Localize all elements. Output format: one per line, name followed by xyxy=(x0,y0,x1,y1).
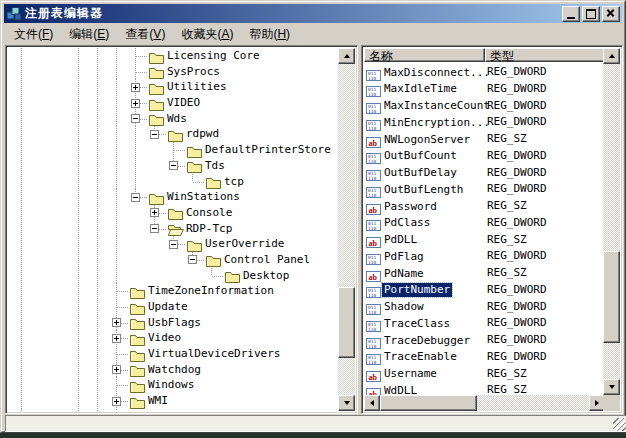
values-horizontal-scrollbar[interactable] xyxy=(364,395,605,411)
expand-plus-toggle[interactable] xyxy=(131,99,140,108)
column-header-type[interactable]: 类型 xyxy=(485,48,605,62)
value-row-shadow[interactable]: 011110ShadowREG_DWORD xyxy=(364,299,605,316)
value-row-pdflag[interactable]: 011110PdFlagREG_DWORD xyxy=(364,248,605,265)
expand-plus-toggle[interactable] xyxy=(112,365,121,374)
menu-item-edit[interactable]: 编辑(E) xyxy=(61,24,117,45)
reg-dword-icon: 011110 xyxy=(366,284,381,295)
collapse-minus-toggle[interactable] xyxy=(150,224,159,233)
tree-item-licensing-core[interactable]: Licensing Core xyxy=(8,48,338,64)
tree-guide xyxy=(135,126,136,142)
value-row-minencryption[interactable]: 011110MinEncryption...REG_DWORD xyxy=(364,114,605,131)
scroll-thumb[interactable] xyxy=(603,251,620,343)
tree-item-usbflags[interactable]: UsbFlags xyxy=(8,315,338,331)
value-row-maxdisconnect[interactable]: 011110MaxDisconnect...REG_DWORD xyxy=(364,64,605,81)
folder-icon xyxy=(187,144,203,157)
value-type: REG_DWORD xyxy=(487,165,547,182)
tree-vertical-scrollbar[interactable] xyxy=(338,48,355,411)
expand-plus-toggle[interactable] xyxy=(112,318,121,327)
menu-item-file[interactable]: 文件(F) xyxy=(6,24,61,45)
scroll-up-button[interactable] xyxy=(603,48,620,64)
tree-item-item[interactable] xyxy=(8,409,338,411)
scroll-up-button[interactable] xyxy=(338,48,355,64)
scroll-down-button[interactable] xyxy=(338,395,355,411)
tree-guide xyxy=(116,409,117,411)
tree-item-update[interactable]: Update xyxy=(8,299,338,315)
tree-item-wds[interactable]: Wds xyxy=(8,111,338,127)
resize-grip[interactable] xyxy=(613,418,626,431)
value-row-traceenable[interactable]: 011110TraceEnableREG_DWORD xyxy=(364,349,605,366)
menubar: 文件(F)编辑(E)查看(V)收藏夹(A)帮助(H) xyxy=(4,24,622,44)
value-row-wddll[interactable]: abWdDLLREG_SZ xyxy=(364,382,605,395)
scroll-down-button[interactable] xyxy=(603,379,620,395)
value-row-maxinstancecount[interactable]: 011110MaxInstanceCountREG_DWORD xyxy=(364,98,605,115)
tree-item-timezoneinformation[interactable]: TimeZoneInformation xyxy=(8,283,338,299)
value-row-outbufdelay[interactable]: 011110OutBufDelayREG_DWORD xyxy=(364,165,605,182)
value-row-traceclass[interactable]: 011110TraceClassREG_DWORD xyxy=(364,315,605,332)
value-name: PdClass xyxy=(382,216,432,230)
tree-item-console[interactable]: Console xyxy=(8,205,338,221)
scroll-thumb[interactable] xyxy=(338,287,355,358)
svg-text:110: 110 xyxy=(368,326,376,331)
tree-item-defaultprinterstore[interactable]: DefaultPrinterStore xyxy=(8,142,338,158)
value-row-nwlogonserver[interactable]: abNWLogonServerREG_SZ xyxy=(364,131,605,148)
expand-plus-toggle[interactable] xyxy=(112,334,121,343)
collapse-minus-toggle[interactable] xyxy=(169,240,178,249)
tree-item-useroverride[interactable]: UserOverride xyxy=(8,236,338,252)
menu-item-view[interactable]: 查看(V) xyxy=(117,24,173,45)
tree-item-rdp-tcp[interactable]: RDP-Tcp xyxy=(8,221,338,237)
tree-item-video[interactable]: VIDEO xyxy=(8,95,338,111)
tree-item-wmi[interactable]: WMI xyxy=(8,393,338,409)
svg-text:110: 110 xyxy=(368,310,376,315)
tree-item-sysprocs[interactable]: SysProcs xyxy=(8,64,338,80)
collapse-minus-toggle[interactable] xyxy=(169,161,178,170)
tree-item-label: UserOverride xyxy=(205,236,284,252)
column-header-name[interactable]: 名称 xyxy=(364,48,485,62)
collapse-minus-toggle[interactable] xyxy=(150,130,159,139)
tree-item-label: Licensing Core xyxy=(167,48,260,64)
expand-plus-toggle[interactable] xyxy=(131,83,140,92)
value-row-password[interactable]: abPasswordREG_SZ xyxy=(364,198,605,215)
svg-text:110: 110 xyxy=(368,343,376,348)
close-button[interactable] xyxy=(602,6,620,22)
reg-sz-icon: ab xyxy=(366,201,381,212)
window-titlebar[interactable]: 注册表编辑器 xyxy=(4,4,622,23)
tree-item-rdpwd[interactable]: rdpwd xyxy=(8,126,338,142)
collapse-minus-toggle[interactable] xyxy=(131,114,140,123)
values-vertical-scrollbar[interactable] xyxy=(603,48,620,395)
value-row-outbufcount[interactable]: 011110OutBufCountREG_DWORD xyxy=(364,148,605,165)
folder-open-icon xyxy=(168,222,184,235)
scroll-left-button[interactable] xyxy=(364,395,380,411)
maximize-button[interactable] xyxy=(582,6,600,22)
tree-item-utilities[interactable]: Utilities xyxy=(8,79,338,95)
expand-plus-toggle[interactable] xyxy=(112,397,121,406)
tree-item-tcp[interactable]: tcp xyxy=(8,174,338,190)
value-row-pddll[interactable]: abPdDLLREG_SZ xyxy=(364,232,605,249)
tree-item-watchdog[interactable]: Watchdog xyxy=(8,362,338,378)
collapse-minus-toggle[interactable] xyxy=(188,255,197,264)
folder-icon xyxy=(225,269,241,282)
collapse-minus-toggle[interactable] xyxy=(131,193,140,202)
tree-item-virtualdevicedrivers[interactable]: VirtualDeviceDrivers xyxy=(8,346,338,362)
scroll-thumb[interactable] xyxy=(380,395,477,411)
expand-plus-toggle[interactable] xyxy=(150,208,159,217)
value-row-username[interactable]: abUsernameREG_SZ xyxy=(364,366,605,383)
folder-icon xyxy=(130,363,146,376)
menu-item-help[interactable]: 帮助(H) xyxy=(241,24,298,45)
tree-item-control-panel[interactable]: Control Panel xyxy=(8,252,338,268)
tree-item-windows[interactable]: Windows xyxy=(8,377,338,393)
tree-item-label: Watchdog xyxy=(148,362,201,378)
value-row-pdname[interactable]: abPdNameREG_SZ xyxy=(364,265,605,282)
folder-icon xyxy=(149,97,165,110)
tree-item-desktop[interactable]: Desktop xyxy=(8,268,338,284)
value-row-outbuflength[interactable]: 011110OutBufLengthREG_DWORD xyxy=(364,181,605,198)
value-row-maxidletime[interactable]: 011110MaxIdleTimeREG_DWORD xyxy=(364,81,605,98)
menu-item-favorites[interactable]: 收藏夹(A) xyxy=(173,24,241,45)
tree-guide xyxy=(116,174,117,190)
tree-item-tds[interactable]: Tds xyxy=(8,158,338,174)
tree-item-video[interactable]: Video xyxy=(8,330,338,346)
value-row-tracedebugger[interactable]: 011110TraceDebuggerREG_DWORD xyxy=(364,332,605,349)
value-row-pdclass[interactable]: 011110PdClassREG_DWORD xyxy=(364,215,605,232)
minimize-button[interactable] xyxy=(562,6,580,22)
value-row-portnumber[interactable]: 011110PortNumberREG_DWORD xyxy=(364,282,605,299)
tree-item-winstations[interactable]: WinStations xyxy=(8,189,338,205)
